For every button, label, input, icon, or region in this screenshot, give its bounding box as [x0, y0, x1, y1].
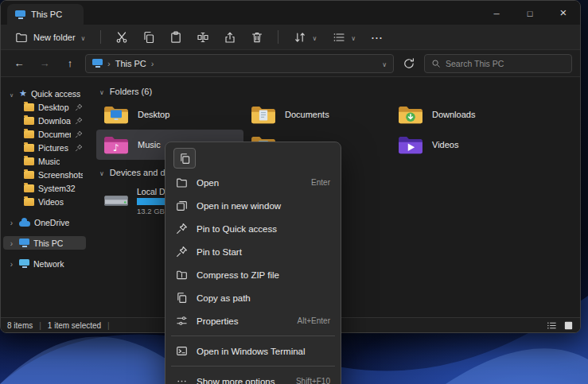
documents-folder-icon [250, 103, 277, 126]
menu-item-pin-to-quick-access[interactable]: Pin to Quick access [169, 217, 337, 240]
more-icon [372, 30, 384, 45]
menu-item-copy-as-path[interactable]: Copy as path [169, 286, 337, 309]
address-dropdown-icon[interactable] [382, 59, 387, 68]
menu-item-show-more-options[interactable]: Show more options Shift+F10 [169, 370, 337, 384]
status-divider [107, 321, 110, 330]
menu-item-open[interactable]: Open Enter [169, 171, 337, 194]
folder-icon [24, 157, 34, 165]
thumbnail-view-icon[interactable] [563, 320, 574, 331]
folder-tile-videos[interactable]: Videos [391, 130, 538, 160]
open-icon [176, 176, 188, 188]
refresh-button[interactable] [399, 54, 419, 73]
sidebar-item-documents[interactable]: Documents [3, 127, 86, 141]
sidebar-item-desktop[interactable]: Desktop [3, 100, 86, 114]
this-pc-icon [92, 59, 103, 68]
sidebar-item-music[interactable]: Music [3, 154, 86, 168]
properties-icon [176, 315, 188, 327]
hard-drive-icon [103, 190, 130, 212]
menu-item-compress-to-zip[interactable]: Compress to ZIP file [169, 263, 337, 286]
maximize-button[interactable] [513, 1, 547, 25]
navigation-bar: This PC [1, 50, 580, 77]
menu-item-label: Properties [197, 316, 238, 326]
sidebar-item-pictures[interactable]: Pictures [3, 141, 86, 154]
copy-icon [142, 31, 155, 44]
folder-tile-desktop[interactable]: Desktop [96, 99, 243, 130]
folder-icon [24, 184, 34, 192]
tab-title: This PC [31, 10, 62, 19]
folder-tile-label: Documents [285, 110, 329, 119]
sidebar-item-label: Downloads [38, 116, 71, 126]
up-button[interactable] [60, 54, 80, 73]
view-button[interactable] [326, 28, 362, 47]
zip-icon [176, 269, 188, 281]
folder-icon [24, 144, 34, 152]
terminal-icon [176, 345, 188, 357]
back-icon [14, 57, 25, 69]
address-bar[interactable]: This PC [85, 54, 394, 73]
menu-item-label: Open [197, 178, 219, 188]
chevron-down-icon [312, 33, 317, 42]
sidebar-item-system32[interactable]: System32 [3, 181, 86, 195]
sidebar-item-videos[interactable]: Videos [3, 195, 86, 208]
new-folder-button[interactable]: New folder [9, 28, 92, 47]
sidebar-item-network[interactable]: Network [3, 257, 86, 270]
this-pc-icon [19, 239, 29, 247]
menu-item-pin-to-start[interactable]: Pin to Start [169, 240, 337, 263]
breadcrumb-separator-icon [107, 59, 111, 68]
cut-icon [115, 31, 128, 44]
window-controls [480, 1, 580, 25]
music-folder-icon: ♪ [103, 134, 130, 156]
paste-button[interactable] [164, 28, 188, 47]
pin-icon [75, 144, 83, 152]
refresh-icon [403, 57, 415, 70]
folders-section-header[interactable]: Folders (6) [96, 83, 580, 99]
selection-count: 1 item selected [48, 321, 101, 330]
chevron-right-icon [8, 239, 15, 248]
details-view-icon[interactable] [547, 320, 557, 331]
menu-item-label: Pin to Quick access [197, 224, 277, 234]
breadcrumb-this-pc[interactable]: This PC [115, 59, 146, 68]
copy-button[interactable] [137, 28, 161, 47]
copy-path-icon [176, 292, 188, 304]
see-more-button[interactable] [365, 28, 389, 47]
folder-tile-label: Downloads [432, 110, 475, 119]
sidebar-item-label: This PC [33, 239, 63, 248]
title-bar[interactable]: This PC [1, 1, 580, 25]
folder-tile-downloads[interactable]: Downloads [391, 99, 538, 130]
delete-button[interactable] [245, 28, 269, 47]
sort-button[interactable] [287, 28, 323, 47]
sidebar-item-screenshots[interactable]: Screenshots [3, 168, 86, 181]
minimize-button[interactable] [480, 1, 513, 25]
close-button[interactable] [547, 1, 580, 25]
delete-icon [251, 31, 263, 44]
search-box[interactable] [424, 54, 572, 73]
chevron-down-icon [81, 33, 86, 42]
menu-item-label: Copy as path [197, 293, 251, 303]
explorer-tab-this-pc[interactable]: This PC [7, 4, 84, 25]
share-button[interactable] [218, 28, 242, 47]
downloads-folder-icon [397, 103, 424, 126]
rename-button[interactable] [191, 28, 215, 47]
cut-button[interactable] [110, 28, 134, 47]
back-button[interactable] [9, 54, 29, 73]
search-input[interactable] [446, 59, 565, 68]
pin-icon [75, 103, 83, 111]
forward-button[interactable] [34, 54, 55, 73]
folder-tile-documents[interactable]: Documents [243, 99, 391, 130]
folder-icon [24, 103, 34, 111]
menu-item-open-in-windows-terminal[interactable]: Open in Windows Terminal [169, 339, 337, 363]
context-menu-quick-actions [169, 145, 337, 171]
sidebar-item-label: Videos [38, 197, 64, 207]
menu-item-properties[interactable]: Properties Alt+Enter [169, 309, 337, 332]
menu-item-label: Show more options [197, 377, 275, 384]
menu-item-open-in-new-window[interactable]: Open in new window [169, 194, 337, 217]
copy-button[interactable] [173, 148, 196, 169]
menu-item-label: Open in Windows Terminal [197, 347, 306, 356]
sidebar-item-downloads[interactable]: Downloads [3, 114, 86, 127]
sidebar-item-onedrive[interactable]: OneDrive [3, 215, 86, 229]
menu-item-label: Pin to Start [197, 247, 242, 257]
sidebar-item-label: Desktop [38, 103, 69, 112]
sidebar-item-quick-access[interactable]: Quick access [3, 87, 86, 100]
sidebar-item-this-pc[interactable]: This PC [3, 236, 86, 250]
close-icon [560, 6, 567, 20]
